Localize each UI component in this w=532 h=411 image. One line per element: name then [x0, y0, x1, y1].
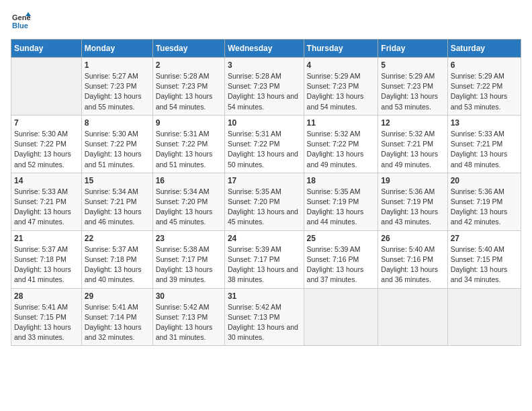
day-info: Sunrise: 5:31 AMSunset: 7:22 PMDaylight:…	[156, 129, 222, 170]
calendar-cell: 30Sunrise: 5:42 AMSunset: 7:13 PMDayligh…	[152, 288, 224, 346]
calendar-cell	[304, 288, 378, 346]
calendar-cell	[378, 288, 447, 346]
day-info: Sunrise: 5:34 AMSunset: 7:20 PMDaylight:…	[156, 187, 222, 228]
calendar-header: SundayMondayTuesdayWednesdayThursdayFrid…	[11, 40, 521, 58]
day-number: 12	[381, 118, 444, 128]
calendar-cell: 18Sunrise: 5:35 AMSunset: 7:19 PMDayligh…	[304, 173, 378, 230]
calendar-week-1: 1Sunrise: 5:27 AMSunset: 7:23 PMDaylight…	[11, 58, 521, 116]
day-number: 11	[307, 118, 375, 128]
calendar-cell: 1Sunrise: 5:27 AMSunset: 7:23 PMDaylight…	[81, 58, 152, 116]
day-number: 23	[156, 234, 222, 243]
calendar-body: 1Sunrise: 5:27 AMSunset: 7:23 PMDaylight…	[11, 58, 521, 346]
day-info: Sunrise: 5:32 AMSunset: 7:21 PMDaylight:…	[381, 129, 444, 170]
weekday-header-row: SundayMondayTuesdayWednesdayThursdayFrid…	[11, 40, 521, 58]
calendar-cell: 20Sunrise: 5:36 AMSunset: 7:19 PMDayligh…	[447, 173, 521, 230]
calendar-cell: 11Sunrise: 5:32 AMSunset: 7:22 PMDayligh…	[304, 115, 378, 173]
calendar-cell: 7Sunrise: 5:30 AMSunset: 7:22 PMDaylight…	[11, 115, 82, 173]
day-number: 19	[381, 176, 444, 185]
day-info: Sunrise: 5:27 AMSunset: 7:23 PMDaylight:…	[85, 71, 150, 112]
day-info: Sunrise: 5:35 AMSunset: 7:19 PMDaylight:…	[307, 187, 375, 228]
day-number: 20	[451, 176, 518, 185]
day-info: Sunrise: 5:31 AMSunset: 7:22 PMDaylight:…	[228, 129, 301, 170]
day-number: 22	[85, 234, 150, 243]
calendar-cell: 19Sunrise: 5:36 AMSunset: 7:19 PMDayligh…	[378, 173, 447, 230]
calendar-cell: 6Sunrise: 5:29 AMSunset: 7:22 PMDaylight…	[447, 58, 521, 116]
calendar-cell: 26Sunrise: 5:40 AMSunset: 7:16 PMDayligh…	[378, 230, 447, 288]
day-number: 25	[307, 234, 375, 243]
weekday-header-tuesday: Tuesday	[152, 40, 224, 58]
calendar-cell: 25Sunrise: 5:39 AMSunset: 7:16 PMDayligh…	[304, 230, 378, 288]
day-info: Sunrise: 5:42 AMSunset: 7:13 PMDaylight:…	[156, 302, 222, 343]
day-number: 21	[14, 234, 79, 243]
calendar-cell: 8Sunrise: 5:30 AMSunset: 7:22 PMDaylight…	[81, 115, 152, 173]
day-number: 16	[156, 176, 222, 185]
calendar-cell: 28Sunrise: 5:41 AMSunset: 7:15 PMDayligh…	[11, 288, 82, 346]
day-number: 3	[228, 60, 301, 70]
calendar-week-4: 21Sunrise: 5:37 AMSunset: 7:18 PMDayligh…	[11, 230, 521, 288]
day-number: 1	[85, 60, 150, 70]
calendar-cell: 27Sunrise: 5:40 AMSunset: 7:15 PMDayligh…	[447, 230, 521, 288]
day-info: Sunrise: 5:34 AMSunset: 7:21 PMDaylight:…	[85, 187, 150, 228]
day-info: Sunrise: 5:28 AMSunset: 7:23 PMDaylight:…	[228, 71, 301, 112]
day-number: 17	[228, 176, 301, 185]
calendar-cell: 17Sunrise: 5:35 AMSunset: 7:20 PMDayligh…	[224, 173, 304, 230]
calendar-cell	[11, 58, 82, 116]
day-info: Sunrise: 5:37 AMSunset: 7:18 PMDaylight:…	[14, 244, 79, 285]
day-info: Sunrise: 5:32 AMSunset: 7:22 PMDaylight:…	[307, 129, 375, 170]
calendar-cell: 22Sunrise: 5:37 AMSunset: 7:18 PMDayligh…	[81, 230, 152, 288]
day-info: Sunrise: 5:37 AMSunset: 7:18 PMDaylight:…	[85, 244, 150, 285]
logo-icon: General Blue	[11, 11, 31, 31]
day-info: Sunrise: 5:42 AMSunset: 7:13 PMDaylight:…	[228, 302, 301, 343]
calendar-week-2: 7Sunrise: 5:30 AMSunset: 7:22 PMDaylight…	[11, 115, 521, 173]
calendar-cell: 29Sunrise: 5:41 AMSunset: 7:14 PMDayligh…	[81, 288, 152, 346]
calendar-cell: 23Sunrise: 5:38 AMSunset: 7:17 PMDayligh…	[152, 230, 224, 288]
weekday-header-wednesday: Wednesday	[224, 40, 304, 58]
day-number: 28	[14, 291, 79, 301]
calendar-cell: 21Sunrise: 5:37 AMSunset: 7:18 PMDayligh…	[11, 230, 82, 288]
calendar-cell: 24Sunrise: 5:39 AMSunset: 7:17 PMDayligh…	[224, 230, 304, 288]
day-info: Sunrise: 5:38 AMSunset: 7:17 PMDaylight:…	[156, 244, 222, 285]
day-number: 5	[381, 60, 444, 70]
calendar-cell	[447, 288, 521, 346]
day-number: 27	[451, 234, 518, 243]
day-number: 13	[451, 118, 518, 128]
calendar-cell: 12Sunrise: 5:32 AMSunset: 7:21 PMDayligh…	[378, 115, 447, 173]
svg-text:Blue: Blue	[12, 21, 28, 30]
day-number: 15	[85, 176, 150, 185]
day-info: Sunrise: 5:41 AMSunset: 7:14 PMDaylight:…	[85, 302, 150, 343]
day-number: 8	[85, 118, 150, 128]
day-info: Sunrise: 5:29 AMSunset: 7:23 PMDaylight:…	[381, 71, 444, 112]
day-info: Sunrise: 5:36 AMSunset: 7:19 PMDaylight:…	[451, 187, 518, 228]
calendar-cell: 15Sunrise: 5:34 AMSunset: 7:21 PMDayligh…	[81, 173, 152, 230]
day-info: Sunrise: 5:40 AMSunset: 7:16 PMDaylight:…	[381, 244, 444, 285]
day-info: Sunrise: 5:40 AMSunset: 7:15 PMDaylight:…	[451, 244, 518, 285]
calendar-cell: 5Sunrise: 5:29 AMSunset: 7:23 PMDaylight…	[378, 58, 447, 116]
calendar-week-5: 28Sunrise: 5:41 AMSunset: 7:15 PMDayligh…	[11, 288, 521, 346]
day-number: 9	[156, 118, 222, 128]
calendar-cell: 10Sunrise: 5:31 AMSunset: 7:22 PMDayligh…	[224, 115, 304, 173]
day-info: Sunrise: 5:30 AMSunset: 7:22 PMDaylight:…	[14, 129, 79, 170]
calendar-week-3: 14Sunrise: 5:33 AMSunset: 7:21 PMDayligh…	[11, 173, 521, 230]
day-info: Sunrise: 5:39 AMSunset: 7:17 PMDaylight:…	[228, 244, 301, 285]
day-info: Sunrise: 5:35 AMSunset: 7:20 PMDaylight:…	[228, 187, 301, 228]
day-number: 4	[307, 60, 375, 70]
calendar-cell: 9Sunrise: 5:31 AMSunset: 7:22 PMDaylight…	[152, 115, 224, 173]
weekday-header-sunday: Sunday	[11, 40, 82, 58]
day-number: 7	[14, 118, 79, 128]
calendar-cell: 4Sunrise: 5:29 AMSunset: 7:23 PMDaylight…	[304, 58, 378, 116]
day-number: 18	[307, 176, 375, 185]
page-header: General Blue	[11, 11, 521, 31]
day-info: Sunrise: 5:41 AMSunset: 7:15 PMDaylight:…	[14, 302, 79, 343]
day-info: Sunrise: 5:33 AMSunset: 7:21 PMDaylight:…	[14, 187, 79, 228]
weekday-header-monday: Monday	[81, 40, 152, 58]
day-number: 2	[156, 60, 222, 70]
day-number: 30	[156, 291, 222, 301]
weekday-header-saturday: Saturday	[447, 40, 521, 58]
calendar-cell: 16Sunrise: 5:34 AMSunset: 7:20 PMDayligh…	[152, 173, 224, 230]
day-info: Sunrise: 5:30 AMSunset: 7:22 PMDaylight:…	[85, 129, 150, 170]
weekday-header-friday: Friday	[378, 40, 447, 58]
calendar-cell: 3Sunrise: 5:28 AMSunset: 7:23 PMDaylight…	[224, 58, 304, 116]
calendar-cell: 31Sunrise: 5:42 AMSunset: 7:13 PMDayligh…	[224, 288, 304, 346]
day-info: Sunrise: 5:39 AMSunset: 7:16 PMDaylight:…	[307, 244, 375, 285]
logo: General Blue	[11, 11, 31, 31]
